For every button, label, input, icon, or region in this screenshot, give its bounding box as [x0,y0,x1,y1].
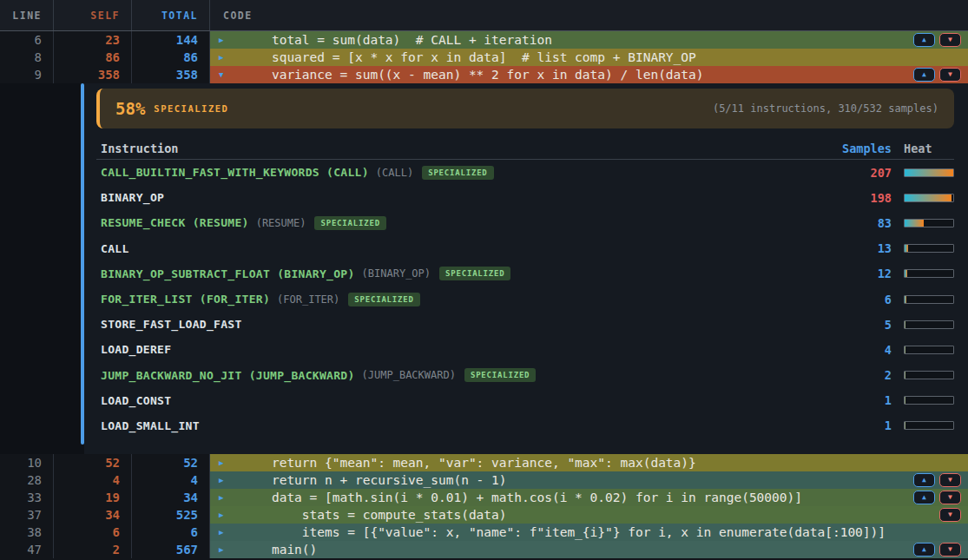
code-row: 3734525▶ stats = compute_stats(data)▼ [0,506,968,524]
line-number-cell: 6 [0,31,54,49]
disclosure-triangle-icon[interactable]: ▶ [219,493,229,502]
specialized-badge: SPECIALIZED [314,216,385,230]
heat-bar [904,168,954,177]
instruction-name: RESUME_CHECK (RESUME) [101,216,249,229]
move-down-button[interactable]: ▼ [939,508,961,522]
samples-count: 2 [831,368,892,382]
move-up-button[interactable]: ▲ [913,491,935,504]
heat-bar [904,244,954,253]
heat-bar [904,219,954,227]
row-nav-buttons: ▲▼ [913,543,961,557]
code-row: 88686▶ squared = [x * x for x in data] #… [0,49,968,66]
total-samples-cell: 144 [132,31,210,49]
code-cell[interactable]: ▼ variance = sum((x - mean) ** 2 for x i… [210,66,968,83]
heat-bar [904,421,954,430]
code-row: 331934▶ data = [math.sin(i * 0.01) + mat… [0,489,968,506]
instruction-name: LOAD_DEREF [101,343,171,356]
total-column-header: TOTAL [132,0,210,30]
row-nav-buttons: ▲▼ [913,473,961,487]
code-cell[interactable]: ▶ data = [math.sin(i * 0.01) + math.cos(… [210,489,968,506]
heat-bar-fill [905,194,952,201]
code-row: 105252▶ return {"mean": mean, "var": var… [0,454,968,471]
instruction-column-header: Instruction [101,142,178,155]
code-cell[interactable]: ▶ squared = [x * x for x in data] # list… [210,49,968,66]
line-detail-section: 58% SPECIALIZED (5/11 instructions, 310/… [0,83,968,454]
code-cell[interactable]: ▶ items = [{"value": x, "name": f"item_{… [210,524,968,541]
samples-count: 1 [831,418,892,432]
line-column-header: LINE [0,0,54,30]
move-up-button[interactable]: ▲ [913,68,935,82]
move-up-button[interactable]: ▲ [913,543,935,557]
instruction-table: CALL_BUILTIN_FAST_WITH_KEYWORDS (CALL)(C… [96,160,954,438]
code-text: stats = compute_stats(data) [241,508,507,522]
disclosure-triangle-icon[interactable]: ▼ [219,70,229,79]
move-down-button[interactable]: ▼ [939,491,961,504]
disclosure-triangle-icon[interactable]: ▶ [219,53,229,62]
instruction-row: CALL_BUILTIN_FAST_WITH_KEYWORDS (CALL)(C… [96,160,954,185]
move-up-button[interactable]: ▲ [913,473,935,487]
code-cell[interactable]: ▶ return n + recursive_sum(n - 1)▲▼ [210,471,968,489]
move-down-button[interactable]: ▼ [939,543,961,557]
heat-bar-fill [905,169,953,176]
instruction-name: STORE_FAST_LOAD_FAST [101,318,242,331]
move-up-button[interactable]: ▲ [913,33,935,47]
line-number-cell: 33 [0,489,54,506]
heat-bar [904,396,954,405]
heat-bar-fill [905,321,905,328]
line-number-cell: 28 [0,471,54,489]
row-nav-buttons: ▲▼ [913,491,961,504]
heat-bar [904,194,954,202]
code-text: total = sum(data) # CALL + iteration [241,33,552,47]
disclosure-triangle-icon[interactable]: ▶ [219,511,229,519]
code-row: 472567▶ main()▲▼ [0,541,968,558]
instruction-row: RESUME_CHECK (RESUME)(RESUME)SPECIALIZED… [96,210,954,235]
instruction-row: LOAD_SMALL_INT1 [96,413,954,438]
disclosure-triangle-icon[interactable]: ▶ [219,528,229,537]
self-samples-cell: 358 [54,66,132,83]
heat-bar [904,371,954,379]
disclosure-triangle-icon[interactable]: ▶ [219,545,229,554]
top-code-rows: 623144▶ total = sum(data) # CALL + itera… [0,31,968,83]
specialized-badge: SPECIALIZED [464,368,536,382]
code-row: 623144▶ total = sum(data) # CALL + itera… [0,31,968,49]
instruction-name: CALL_BUILTIN_FAST_WITH_KEYWORDS (CALL) [101,166,369,179]
code-cell[interactable]: ▶ main()▲▼ [210,541,968,558]
base-opcode: (BINARY_OP) [362,267,431,280]
base-opcode: (FOR_ITER) [277,293,339,306]
disclosure-triangle-icon[interactable]: ▶ [219,458,229,467]
move-down-button[interactable]: ▼ [939,68,961,82]
self-samples-cell: 19 [54,489,132,506]
base-opcode: (CALL) [376,167,413,179]
disclosure-triangle-icon[interactable]: ▶ [219,476,229,484]
code-text: squared = [x * x for x in data] # list c… [241,50,696,64]
total-samples-cell: 567 [132,541,210,558]
code-cell[interactable]: ▶ return {"mean": mean, "var": variance,… [210,454,968,471]
detail-gutter [0,83,81,454]
instruction-name: FOR_ITER_LIST (FOR_ITER) [101,293,270,306]
code-text: data = [math.sin(i * 0.01) + math.cos(i … [241,491,802,504]
move-down-button[interactable]: ▼ [939,33,961,47]
base-opcode: (RESUME) [256,217,306,229]
code-text: main() [241,543,317,557]
code-cell[interactable]: ▶ stats = compute_stats(data)▼ [210,506,968,524]
code-column-header: CODE [210,0,968,30]
code-cell[interactable]: ▶ total = sum(data) # CALL + iteration▲▼ [210,31,968,49]
line-number-cell: 8 [0,49,54,66]
total-samples-cell: 358 [132,66,210,83]
samples-count: 13 [831,241,892,255]
self-samples-cell: 52 [54,454,132,471]
instruction-row: LOAD_CONST1 [96,388,954,413]
row-nav-buttons: ▲▼ [913,68,961,82]
heat-column-header: Heat [904,142,954,155]
row-nav-buttons: ▼ [939,508,961,522]
move-down-button[interactable]: ▼ [939,473,961,487]
disclosure-triangle-icon[interactable]: ▶ [219,36,229,44]
total-samples-cell: 6 [132,524,210,541]
samples-count: 207 [831,166,892,180]
bottom-code-rows: 105252▶ return {"mean": mean, "var": var… [0,454,968,558]
heat-bar-fill [905,397,905,404]
instruction-table-header: Instruction Samples Heat [96,138,954,160]
instruction-name: JUMP_BACKWARD_NO_JIT (JUMP_BACKWARD) [101,369,355,382]
heat-bar [904,320,954,329]
samples-count: 4 [831,343,892,357]
